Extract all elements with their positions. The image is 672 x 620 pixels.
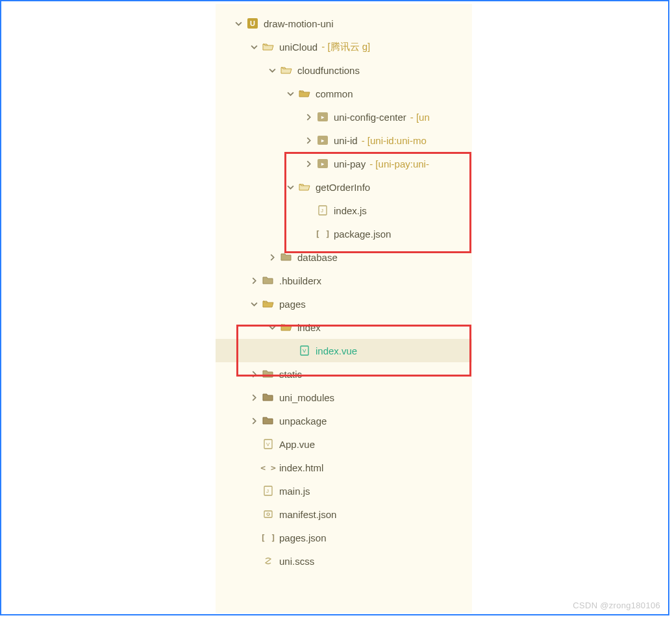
folder-open-icon — [262, 298, 274, 310]
folder-icon — [262, 391, 274, 403]
tree-item-cloudfunctions[interactable]: cloudfunctions — [216, 58, 472, 82]
folder-icon — [262, 368, 274, 380]
tree-item-label: index — [297, 322, 321, 333]
tree-item-suffix: - [un — [410, 112, 430, 123]
chevron-down-icon[interactable] — [249, 299, 258, 308]
tree-item-getorderinfo[interactable]: getOrderInfo — [216, 175, 472, 199]
module-folder-icon: ▸ — [317, 158, 329, 169]
chevron-right-icon[interactable] — [304, 112, 313, 121]
tree-item-label: main.js — [279, 486, 310, 497]
tree-item-label: uni-config-center — [334, 112, 406, 123]
tree-item-uni-id[interactable]: ▸ uni-id - [uni-id:uni-mo — [216, 129, 472, 152]
tree-item-app-vue[interactable]: V App.vue — [216, 432, 472, 456]
tree-item-hbuilderx[interactable]: .hbuilderx — [216, 269, 472, 292]
tree-item-label: package.json — [334, 229, 391, 240]
tree-item-uni-config-center[interactable]: ▸ uni-config-center - [un — [216, 105, 472, 129]
chevron-right-icon[interactable] — [249, 393, 258, 402]
tree-item-uni-scss[interactable]: uni.scss — [216, 549, 472, 573]
svg-text:J: J — [266, 488, 269, 494]
tree-item-label: pages — [279, 299, 306, 310]
scss-file-icon — [262, 555, 274, 567]
tree-item-label: index.vue — [316, 345, 357, 356]
tree-item-static[interactable]: static — [216, 362, 472, 386]
app-frame: U draw-motion-uni uniCloud - [腾讯云 g] clo… — [0, 0, 669, 615]
vue-file-icon: V — [262, 438, 274, 450]
folder-open-icon — [299, 88, 310, 99]
folder-icon — [262, 275, 274, 286]
chevron-down-icon[interactable] — [286, 89, 295, 98]
tree-item-label: index.js — [334, 205, 367, 216]
tree-item-label: cloudfunctions — [297, 65, 360, 76]
chevron-right-icon[interactable] — [249, 276, 258, 285]
tree-item-main-js[interactable]: J main.js — [216, 479, 472, 502]
tree-item-index-js[interactable]: J index.js — [216, 199, 472, 222]
js-file-icon: J — [317, 205, 329, 216]
vue-file-icon: V — [299, 345, 310, 356]
tree-item-label: common — [316, 88, 353, 99]
chevron-down-icon[interactable] — [268, 66, 277, 75]
tree-item-label: pages.json — [279, 532, 327, 543]
folder-open-icon — [280, 64, 292, 76]
svg-text:V: V — [303, 348, 306, 354]
tree-item-unicloud[interactable]: uniCloud - [腾讯云 g] — [216, 35, 472, 58]
tree-item-suffix: - [腾讯云 g] — [321, 41, 370, 53]
tree-item-index-vue[interactable]: V index.vue — [216, 339, 472, 362]
svg-text:J: J — [321, 208, 323, 214]
tree-item-index-html[interactable]: < > index.html — [216, 456, 472, 479]
folder-open-icon — [262, 41, 274, 53]
svg-text:V: V — [266, 441, 270, 447]
tree-item-pages-json[interactable]: [ ] pages.json — [216, 526, 472, 549]
js-file-icon: J — [262, 485, 274, 497]
json-file-icon: [ ] — [262, 532, 274, 543]
svg-point-9 — [267, 513, 269, 515]
tree-item-uni-modules[interactable]: uni_modules — [216, 386, 472, 409]
tree-item-label: unpackage — [279, 415, 327, 427]
tree-item-unpackage[interactable]: unpackage — [216, 409, 472, 432]
svg-rect-8 — [264, 511, 272, 517]
tree-item-label: manifest.json — [279, 509, 336, 520]
chevron-down-icon[interactable] — [249, 42, 258, 51]
chevron-right-icon[interactable] — [249, 416, 258, 425]
tree-item-label: uni_modules — [279, 392, 334, 403]
tree-item-root[interactable]: U draw-motion-uni — [216, 12, 472, 35]
watermark-text: CSDN @zrong180106 — [573, 601, 660, 610]
manifest-file-icon — [262, 508, 274, 520]
tree-item-pages[interactable]: pages — [216, 292, 472, 316]
folder-icon — [262, 415, 274, 427]
folder-open-icon — [280, 321, 292, 333]
chevron-right-icon[interactable] — [268, 253, 277, 262]
tree-item-label: App.vue — [279, 439, 315, 450]
chevron-down-icon[interactable] — [268, 323, 277, 332]
tree-item-uni-pay[interactable]: ▸ uni-pay - [uni-pay:uni- — [216, 152, 472, 175]
tree-item-label: database — [297, 252, 338, 263]
html-file-icon: < > — [262, 462, 274, 473]
folder-icon — [280, 251, 292, 263]
tree-item-suffix: - [uni-id:uni-mo — [362, 135, 427, 146]
tree-item-label: index.html — [279, 462, 323, 473]
module-folder-icon: ▸ — [317, 134, 329, 146]
tree-item-database[interactable]: database — [216, 245, 472, 269]
json-file-icon: [ ] — [317, 228, 329, 240]
tree-item-label: static — [279, 369, 302, 380]
chevron-right-icon[interactable] — [304, 136, 313, 145]
folder-open-icon — [299, 181, 310, 193]
tree-item-manifest-json[interactable]: manifest.json — [216, 502, 472, 526]
tree-item-common[interactable]: common — [216, 82, 472, 105]
tree-item-label: draw-motion-uni — [264, 18, 334, 29]
tree-item-package-json[interactable]: [ ] package.json — [216, 222, 472, 245]
tree-item-label: uni-id — [334, 135, 358, 146]
module-folder-icon: ▸ — [317, 111, 329, 123]
tree-item-label: getOrderInfo — [316, 182, 370, 193]
project-icon: U — [247, 18, 258, 29]
chevron-right-icon[interactable] — [249, 369, 258, 378]
tree-item-label: uni.scss — [279, 556, 314, 567]
tree-item-suffix: - [uni-pay:uni- — [369, 158, 429, 169]
chevron-down-icon[interactable] — [286, 182, 295, 192]
tree-item-pages-index[interactable]: index — [216, 316, 472, 339]
chevron-down-icon[interactable] — [234, 19, 243, 28]
chevron-right-icon[interactable] — [304, 159, 313, 168]
tree-item-label: uniCloud — [279, 42, 317, 53]
tree-item-label: .hbuilderx — [279, 275, 321, 286]
tree-item-label: uni-pay — [334, 158, 366, 169]
file-explorer-tree: U draw-motion-uni uniCloud - [腾讯云 g] clo… — [216, 4, 472, 613]
